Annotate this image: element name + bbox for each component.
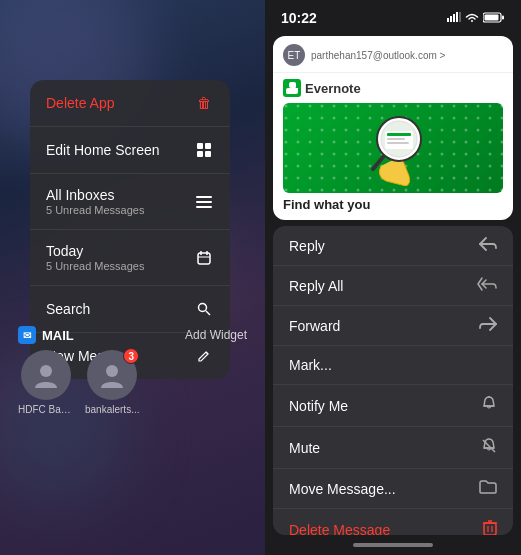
svg-rect-22 — [485, 14, 499, 20]
email-context-menu: Reply Reply All Forward — [273, 226, 513, 535]
svg-rect-2 — [197, 151, 203, 157]
svg-rect-31 — [387, 142, 409, 144]
forward-icon — [479, 317, 497, 334]
svg-rect-18 — [453, 14, 455, 22]
svg-rect-0 — [197, 143, 203, 149]
wifi-icon — [465, 12, 479, 24]
email-banner — [283, 103, 503, 193]
svg-rect-16 — [447, 18, 449, 22]
menu-item-today[interactable]: Today 5 Unread Messages — [30, 230, 230, 286]
email-card-header: ET parthehan157@outlook.com > — [273, 36, 513, 73]
svg-rect-35 — [484, 523, 496, 535]
widget-header: ✉ MAIL Add Widget — [10, 326, 255, 350]
reply-all-icon — [477, 277, 497, 294]
evernote-icon — [283, 79, 301, 97]
menu-item-label: Today 5 Unread Messages — [46, 243, 194, 272]
menu-item-label: Edit Home Screen — [46, 142, 194, 158]
svg-rect-20 — [459, 12, 461, 22]
menu-item-label: All Inboxes 5 Unread Messages — [46, 187, 194, 216]
calendar-icon — [194, 248, 214, 268]
email-preview-card[interactable]: ET parthehan157@outlook.com > Evernote — [273, 36, 513, 220]
brand-name: Evernote — [305, 81, 361, 96]
svg-rect-19 — [456, 12, 458, 22]
add-widget-button[interactable]: Add Widget — [185, 328, 247, 342]
svg-line-12 — [206, 311, 210, 315]
svg-rect-1 — [205, 143, 211, 149]
unread-badge: 3 — [123, 348, 139, 364]
sender-email: parthehan157@outlook.com > — [311, 50, 445, 61]
battery-icon — [483, 12, 505, 25]
status-bar: 10:22 — [265, 0, 521, 32]
svg-rect-7 — [198, 253, 210, 264]
menu-item-edit-home[interactable]: Edit Home Screen — [30, 127, 230, 174]
folder-icon — [479, 480, 497, 497]
menu-item-label: Delete App — [46, 95, 194, 111]
svg-rect-5 — [196, 201, 212, 203]
svg-rect-3 — [205, 151, 211, 157]
search-icon — [194, 299, 214, 319]
avatar-circle: 3 — [87, 350, 137, 400]
right-panel: 10:22 — [265, 0, 521, 555]
widget-title: ✉ MAIL — [18, 326, 74, 344]
menu-item-delete-message[interactable]: Delete Message — [273, 509, 513, 535]
menu-item-move[interactable]: Move Message... — [273, 469, 513, 509]
menu-item-mute[interactable]: Mute — [273, 427, 513, 469]
menu-item-forward[interactable]: Forward — [273, 306, 513, 346]
menu-item-mark[interactable]: Mark... — [273, 346, 513, 385]
menu-item-delete-app[interactable]: Delete App 🗑 — [30, 80, 230, 127]
grid-icon — [194, 140, 214, 160]
contact-avatar-bankalerts[interactable]: 3 bankalerts... — [85, 350, 139, 415]
inbox-icon — [194, 192, 214, 212]
delete-trash-icon — [483, 520, 497, 535]
status-time: 10:22 — [281, 10, 317, 26]
status-icons — [447, 12, 505, 25]
menu-item-reply-all[interactable]: Reply All — [273, 266, 513, 306]
evernote-logo: Evernote — [283, 79, 503, 97]
home-bar — [353, 543, 433, 547]
svg-rect-23 — [502, 15, 504, 19]
widget-avatar-list: HDFC Bank... 3 bankalerts... — [10, 350, 255, 415]
mute-icon — [481, 438, 497, 457]
avatar-circle — [21, 350, 71, 400]
left-panel: Delete App 🗑 Edit Home Screen All Inboxe… — [0, 0, 265, 555]
menu-item-reply[interactable]: Reply — [273, 226, 513, 266]
mail-app-icon: ✉ — [18, 326, 36, 344]
svg-rect-6 — [196, 206, 212, 208]
svg-point-11 — [199, 304, 207, 312]
sender-avatar: ET — [283, 44, 305, 66]
home-indicator — [265, 535, 521, 555]
bell-icon — [481, 396, 497, 415]
svg-rect-4 — [196, 196, 212, 198]
email-card-body: Evernote — [273, 73, 513, 220]
svg-point-15 — [106, 365, 118, 377]
trash-icon: 🗑 — [194, 93, 214, 113]
mail-widget: ✉ MAIL Add Widget HDFC Bank... — [10, 326, 255, 415]
signal-icon — [447, 12, 461, 24]
svg-rect-29 — [387, 133, 411, 136]
svg-rect-30 — [387, 138, 405, 140]
banner-caption: Find what you — [283, 197, 503, 212]
svg-point-14 — [40, 365, 52, 377]
svg-rect-17 — [450, 16, 452, 22]
contact-avatar-hdfc[interactable]: HDFC Bank... — [18, 350, 73, 415]
menu-item-notify[interactable]: Notify Me — [273, 385, 513, 427]
menu-item-all-inboxes[interactable]: All Inboxes 5 Unread Messages — [30, 174, 230, 230]
menu-item-label: Search — [46, 301, 194, 317]
reply-icon — [479, 237, 497, 254]
